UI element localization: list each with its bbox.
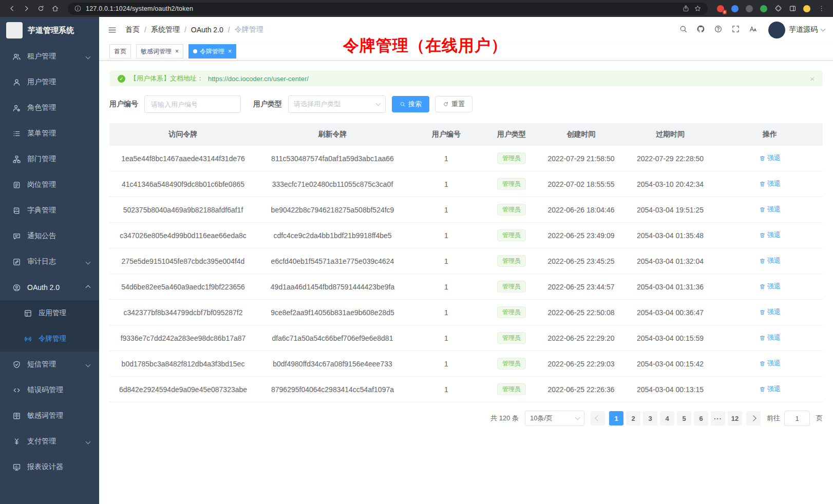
notice-icon	[12, 232, 21, 241]
browser-nav-buttons	[5, 2, 62, 15]
reset-button[interactable]: 重置	[435, 96, 472, 112]
sidebar-item-审计日志[interactable]: 审计日志	[0, 249, 99, 275]
forward-button[interactable]	[20, 2, 33, 15]
profile-avatar[interactable]	[800, 2, 813, 15]
force-logout-button[interactable]: 强退	[759, 205, 781, 214]
force-logout-button[interactable]: 强退	[759, 333, 781, 342]
fullscreen-icon	[731, 25, 740, 33]
refresh-token-cell: 9ce8ef2aa9f14056b831ae9b608e28d5	[257, 300, 408, 325]
search-button[interactable]	[679, 25, 688, 35]
page-button-3[interactable]: 3	[643, 411, 657, 425]
breadcrumb-item[interactable]: 首页	[125, 25, 140, 34]
app-logo[interactable]: 芋道管理系统	[0, 17, 99, 44]
page-button-6[interactable]: 6	[694, 411, 708, 425]
tab-敏感词管理[interactable]: 敏感词管理×	[136, 44, 183, 59]
back-button[interactable]	[5, 2, 18, 15]
force-logout-button[interactable]: 强退	[759, 307, 781, 317]
force-logout-button[interactable]: 强退	[759, 384, 781, 394]
user-type-select[interactable]: 请选择用户类型	[288, 95, 386, 113]
side-panel-icon[interactable]	[786, 2, 799, 15]
reload-button[interactable]	[34, 2, 47, 15]
next-page-button[interactable]	[746, 411, 761, 425]
hamburger-icon[interactable]	[107, 25, 117, 35]
sidebar-item-敏感词管理[interactable]: 敏感词管理	[0, 403, 99, 429]
sidebar-item-用户管理[interactable]: 用户管理	[0, 69, 99, 95]
extension-dark-icon[interactable]	[743, 2, 756, 15]
browser-menu-icon[interactable]	[815, 2, 828, 15]
sidebar-item-错误码管理[interactable]: 错误码管理	[0, 377, 99, 403]
access-token-cell: 54d6be82ee5a460a9aedc1f9bf223656	[109, 274, 257, 300]
page-size-value: 10条/页	[530, 414, 553, 423]
total-count: 共 120 条	[490, 414, 519, 423]
force-logout-button[interactable]: 强退	[759, 230, 781, 240]
breadcrumb-item[interactable]: OAuth 2.0	[191, 26, 223, 34]
alert-close-icon[interactable]: ×	[810, 74, 815, 83]
column-header: 刷新令牌	[257, 123, 408, 146]
tab-令牌管理[interactable]: 令牌管理×	[188, 44, 236, 59]
sidebar-item-短信管理[interactable]: 短信管理	[0, 352, 99, 377]
page-size-select[interactable]: 10条/页	[525, 411, 584, 426]
extension-green-icon[interactable]	[757, 2, 770, 15]
trash-icon	[759, 181, 766, 187]
force-logout-button[interactable]: 强退	[759, 359, 781, 368]
github-button[interactable]	[696, 25, 705, 35]
sidebar-item-令牌管理[interactable]: 令牌管理	[0, 326, 99, 352]
question-button[interactable]	[714, 25, 723, 35]
sidebar-item-OAuth 2.0[interactable]: OAuth 2.0	[0, 275, 99, 300]
sidebar-item-角色管理[interactable]: 角色管理	[0, 95, 99, 121]
sidebar-item-岗位管理[interactable]: 岗位管理	[0, 172, 99, 198]
force-logout-button[interactable]: 强退	[759, 153, 781, 163]
page-button-1[interactable]: 1	[609, 411, 623, 425]
expire-time-cell: 2054-03-04 00:13:15	[623, 377, 717, 402]
bookmark-star-icon[interactable]	[694, 5, 702, 12]
breadcrumb-item[interactable]: 系统管理	[151, 25, 180, 34]
home-button[interactable]	[48, 2, 62, 15]
doc-link[interactable]: https://doc.iocoder.cn/user-center/	[208, 75, 309, 83]
fullscreen-button[interactable]	[731, 25, 740, 35]
refresh-token-cell: 333ecfc71e02480cb11055c875c3ca0f	[257, 171, 408, 197]
app-icon	[24, 309, 32, 318]
font-size-button[interactable]	[749, 25, 758, 35]
goto-page-input[interactable]	[784, 411, 810, 426]
sidebar-item-菜单管理[interactable]: 菜单管理	[0, 121, 99, 146]
page-unit-label: 页	[816, 414, 823, 423]
page-button-5[interactable]: 5	[677, 411, 691, 425]
tab-首页[interactable]: 首页	[109, 44, 131, 59]
refresh-token-cell: 49d1aa46d1454fbd87591444423be9fa	[257, 274, 408, 300]
address-bar[interactable]: 127.0.0.1:1024/system/oauth2/token	[68, 3, 708, 15]
sidebar-item-通知公告[interactable]: 通知公告	[0, 223, 99, 249]
page-button-2[interactable]: 2	[626, 411, 640, 425]
tree-icon	[12, 155, 21, 164]
extensions-puzzle-icon[interactable]	[771, 2, 785, 15]
extension-red-icon[interactable]: 0	[714, 2, 727, 15]
force-logout-button[interactable]: 强退	[759, 179, 781, 188]
token-table-body: 1ea5e44f8bc1467aaede43144f31de76 811c530…	[109, 146, 823, 402]
search-button[interactable]: 搜索	[392, 96, 429, 112]
user-type-badge: 管理员	[497, 306, 526, 318]
sidebar-item-应用管理[interactable]: 应用管理	[0, 300, 99, 326]
sidebar-item-字典管理[interactable]: 字典管理	[0, 198, 99, 223]
close-icon[interactable]: ×	[228, 48, 232, 54]
share-icon[interactable]	[682, 5, 690, 12]
user-id-input[interactable]	[144, 95, 241, 113]
main-area: 首页/系统管理/OAuth 2.0/令牌管理 芋道源码 首页敏感词管理×令牌管理…	[99, 17, 833, 504]
prev-page-button[interactable]	[591, 411, 605, 425]
close-icon[interactable]: ×	[175, 48, 179, 54]
force-logout-button[interactable]: 强退	[759, 282, 781, 291]
force-logout-button[interactable]: 强退	[759, 256, 781, 265]
sidebar-item-部门管理[interactable]: 部门管理	[0, 146, 99, 172]
user-menu[interactable]: 芋道源码	[768, 22, 825, 38]
sidebar-item-支付管理[interactable]: 支付管理	[0, 429, 99, 454]
user-id-cell: 1	[408, 325, 484, 351]
create-time-cell: 2022-07-02 18:55:55	[539, 171, 623, 197]
token-icon	[24, 335, 32, 343]
sidebar-item-报表设计器[interactable]: 报表设计器	[0, 454, 99, 480]
sidebar-item-租户管理[interactable]: 租户管理	[0, 44, 99, 69]
expire-time-cell: 2054-03-04 00:15:42	[623, 351, 717, 377]
site-info-icon[interactable]	[74, 5, 82, 12]
page-button-12[interactable]: 12	[728, 411, 742, 425]
pager-more-button[interactable]: ···	[711, 411, 725, 425]
extension-blue-icon[interactable]	[728, 2, 742, 15]
user-id-cell: 1	[408, 171, 484, 197]
page-button-4[interactable]: 4	[660, 411, 674, 425]
